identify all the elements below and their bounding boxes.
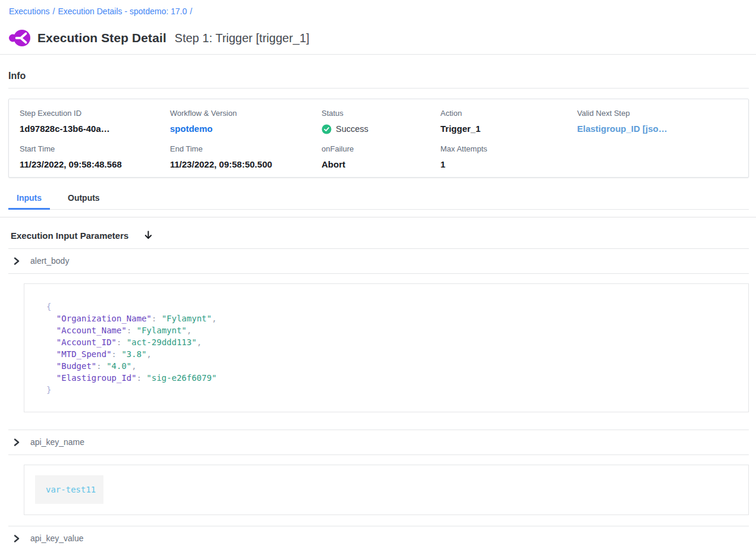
section-row-api-key-name[interactable]: api_key_name: [8, 430, 749, 455]
section-label: api_key_value: [30, 534, 84, 543]
page-subtitle: Step 1: Trigger [trigger_1]: [175, 31, 310, 45]
json-code: { "Organization_Name": "Fylamynt", "Acco…: [46, 301, 736, 396]
field-start-time: Start Time 11/23/2022, 09:58:48.568: [20, 144, 170, 170]
max-attempts-value: 1: [440, 159, 577, 170]
field-valid-next-step: Valid Next Step Elastigroup_ID [jso…: [577, 109, 742, 134]
section-label: api_key_name: [30, 437, 84, 447]
status-text: Success: [336, 124, 368, 134]
download-params-button[interactable]: [144, 231, 153, 241]
breadcrumb-separator: /: [190, 7, 193, 16]
tab-inputs[interactable]: Inputs: [8, 193, 50, 210]
success-check-icon: [322, 124, 332, 134]
field-label: Status: [322, 109, 440, 118]
field-on-failure: onFailure Abort: [322, 144, 440, 170]
expand-chevron-icon: [13, 257, 20, 265]
fylamynt-logo-icon: [8, 29, 31, 48]
field-label: Workflow & Version: [170, 109, 322, 118]
breadcrumb-link-executions[interactable]: Executions: [9, 7, 49, 16]
field-action: Action Trigger_1: [440, 109, 577, 134]
breadcrumb-separator: /: [52, 7, 55, 16]
field-label: Max Attempts: [440, 144, 577, 154]
field-label: onFailure: [322, 144, 440, 154]
on-failure-value: Abort: [322, 159, 440, 170]
field-workflow-version: Workflow & Version spotdemo: [170, 109, 322, 134]
download-arrow-icon: [144, 231, 153, 241]
alert-body-json-viewer: { "Organization_Name": "Fylamynt", "Acco…: [24, 283, 749, 412]
field-label: Start Time: [20, 144, 170, 154]
field-status: Status Success: [322, 109, 440, 134]
info-card: Step Execution ID 1d97828c-13b6-40a… Wor…: [8, 99, 749, 178]
step-execution-id-value: 1d97828c-13b6-40a…: [20, 124, 170, 134]
param-section-alert-body: alert_body { "Organization_Name": "Fylam…: [0, 249, 756, 412]
api-key-name-value-box: var-test11: [24, 465, 749, 515]
status-badge: Success: [322, 124, 440, 134]
spacer: [0, 412, 756, 430]
param-section-api-key-value: api_key_value: [0, 526, 756, 546]
field-label: Action: [440, 109, 577, 118]
params-header: Execution Input Parameters: [8, 217, 749, 249]
field-step-execution-id: Step Execution ID 1d97828c-13b6-40a…: [20, 109, 170, 134]
tab-outputs[interactable]: Outputs: [59, 193, 108, 210]
section-label: alert_body: [30, 256, 69, 266]
breadcrumb: Executions/Execution Details - spotdemo:…: [0, 0, 756, 17]
field-label: End Time: [170, 144, 322, 154]
field-max-attempts: Max Attempts 1: [440, 144, 577, 170]
breadcrumb-link-execution-details[interactable]: Execution Details - spotdemo: 17.0: [58, 7, 187, 16]
api-key-name-value: var-test11: [35, 475, 103, 504]
page-header: Execution Step Detail Step 1: Trigger [t…: [8, 28, 756, 48]
header-divider: [0, 54, 756, 55]
field-label: Valid Next Step: [577, 109, 742, 118]
start-time-value: 11/23/2022, 09:58:48.568: [20, 159, 170, 170]
expand-chevron-icon: [13, 438, 20, 446]
expand-chevron-icon: [13, 535, 20, 542]
action-value: Trigger_1: [440, 124, 577, 134]
field-end-time: End Time 11/23/2022, 09:58:50.500: [170, 144, 322, 170]
workflow-link[interactable]: spotdemo: [170, 124, 213, 134]
end-time-value: 11/23/2022, 09:58:50.500: [170, 159, 322, 170]
field-empty: [577, 144, 742, 170]
field-label: Step Execution ID: [20, 109, 170, 118]
section-row-alert-body[interactable]: alert_body: [8, 249, 749, 274]
valid-next-step-link[interactable]: Elastigroup_ID [jso…: [577, 124, 667, 134]
section-row-api-key-value[interactable]: api_key_value: [8, 526, 749, 546]
param-section-api-key-name: api_key_name var-test11: [0, 430, 756, 515]
info-section-heading: Info: [8, 70, 756, 82]
spacer: [0, 515, 756, 526]
page-title: Execution Step Detail: [37, 31, 166, 45]
tab-bar: Inputs Outputs: [8, 193, 749, 210]
params-title: Execution Input Parameters: [11, 231, 128, 241]
info-divider: [8, 88, 749, 89]
